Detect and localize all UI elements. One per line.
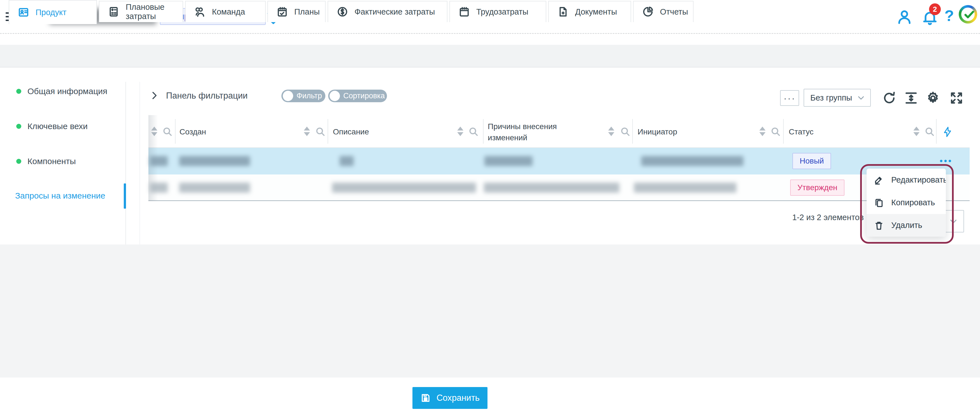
toggle-label: Фильтр [296, 92, 322, 100]
save-floppy-icon [420, 393, 431, 403]
app-root: Запрос на изменение 2 ? Продукт Плановые… [0, 0, 980, 417]
redacted-cell [332, 183, 476, 193]
column-header-initiator[interactable]: Инициатор [638, 127, 677, 136]
calculator-icon [108, 6, 119, 18]
tab-team[interactable]: Команда [185, 1, 266, 22]
redacted-cell [179, 156, 250, 166]
status-badge-new: Новый [792, 153, 831, 169]
pie-chart-icon [642, 6, 654, 18]
brand-logo[interactable] [959, 5, 977, 24]
redacted-cell [150, 183, 168, 193]
dollar-circle-icon [337, 6, 348, 18]
tab-labor-costs[interactable]: Трудозатраты [449, 1, 546, 22]
tab-actual-costs[interactable]: Фактические затраты [328, 1, 447, 22]
filter-toggle[interactable]: Фильтр [282, 90, 325, 102]
background-band [0, 245, 980, 377]
tab-label: Отчеты [660, 7, 688, 16]
column-header-created[interactable]: Создан [180, 127, 206, 136]
column-header-status[interactable]: Статус [789, 127, 814, 136]
tab-label: Трудозатраты [476, 7, 528, 16]
search-icon[interactable] [162, 126, 173, 137]
sort-toggle[interactable]: Сортировка [328, 90, 387, 102]
row-actions-button[interactable]: ••• [940, 156, 953, 166]
green-dot-icon [16, 89, 21, 94]
search-icon[interactable] [620, 126, 631, 137]
panel-edge [140, 82, 140, 245]
row-height-icon[interactable] [904, 91, 918, 105]
user-icon[interactable] [896, 8, 913, 25]
tab-documents[interactable]: Документы [548, 1, 631, 22]
grouping-select-value: Без группы [810, 93, 852, 102]
menu-item-delete[interactable]: Удалить [867, 214, 946, 237]
quick-actions-lightning-icon[interactable] [942, 126, 953, 138]
redacted-cell [484, 156, 533, 166]
save-button[interactable]: Сохранить [412, 387, 487, 409]
tab-label: Команда [212, 7, 245, 16]
sidebar-item-label: Запросы на изменение [15, 191, 105, 201]
sidebar-item-components[interactable]: Компоненты [16, 154, 123, 169]
toggle-knob [283, 91, 293, 101]
redacted-cell [340, 156, 354, 166]
trash-icon [874, 220, 884, 231]
chevron-down-icon [857, 94, 865, 102]
refresh-icon[interactable] [882, 91, 897, 105]
sidebar-item-change-requests[interactable]: Запросы на изменение [15, 188, 121, 203]
tab-product[interactable]: Продукт [9, 0, 97, 24]
sidebar-item-label: Компоненты [27, 156, 76, 166]
toggle-knob [329, 91, 340, 101]
menu-item-copy[interactable]: Копировать [867, 191, 946, 214]
tab-label: Фактические затраты [355, 7, 435, 16]
sidebar-item-key-milestones[interactable]: Ключевые вехи [16, 119, 123, 134]
column-header-change-reasons[interactable]: Причины внесения изменений [488, 121, 560, 143]
column-divider [632, 119, 633, 144]
sidebar-active-indicator [124, 183, 126, 208]
redacted-cell [641, 156, 743, 166]
sort-control[interactable] [457, 127, 463, 137]
menu-item-label: Редактировать [891, 175, 946, 185]
tab-reports[interactable]: Отчеты [633, 1, 694, 22]
search-icon[interactable] [315, 126, 326, 137]
sort-control[interactable] [304, 127, 310, 137]
help-icon[interactable]: ? [943, 7, 955, 25]
menu-item-edit[interactable]: Редактировать [867, 169, 946, 191]
grouping-select[interactable]: Без группы [803, 89, 871, 107]
tab-label: Плановые затраты [126, 3, 174, 21]
sidebar-divider [126, 82, 126, 245]
column-divider [936, 119, 937, 144]
sort-control[interactable] [151, 127, 158, 137]
redacted-cell [150, 156, 168, 166]
table-more-button[interactable]: ··· [780, 90, 799, 106]
sort-control[interactable] [608, 127, 614, 137]
sort-control[interactable] [759, 127, 765, 137]
save-button-label: Сохранить [436, 393, 480, 403]
menu-item-label: Удалить [891, 221, 922, 230]
sidebar-item-label: Ключевые вехи [27, 121, 88, 131]
copy-icon [874, 198, 884, 208]
column-header-description[interactable]: Описание [333, 127, 369, 136]
search-icon[interactable] [924, 126, 935, 137]
column-divider [175, 119, 175, 144]
pencil-icon [874, 175, 884, 185]
filter-panel-title: Панель фильтрации [166, 91, 248, 101]
toggle-label: Сортировка [343, 92, 385, 100]
document-plus-icon [557, 6, 569, 18]
tab-planned-costs[interactable]: Плановые затраты [99, 1, 183, 22]
fullscreen-icon[interactable] [949, 91, 964, 105]
tab-label: Документы [575, 7, 617, 16]
table-row-selected[interactable] [148, 148, 970, 175]
tab-strip [0, 45, 980, 67]
redacted-cell [179, 183, 250, 193]
green-dot-icon [16, 124, 21, 129]
row-context-menu: Редактировать Копировать Удалить [867, 169, 946, 237]
sort-control[interactable] [913, 127, 920, 137]
tab-plans[interactable]: Планы [267, 1, 326, 22]
status-badge-approved: Утвержден [790, 180, 845, 196]
sidebar-item-general-info[interactable]: Общая информация [16, 84, 123, 99]
notification-badge: 2 [929, 3, 941, 15]
search-icon[interactable] [468, 126, 479, 137]
pagination-summary: 1-2 из 2 элементов [756, 213, 864, 222]
search-icon[interactable] [770, 126, 781, 137]
gear-icon[interactable] [926, 91, 940, 105]
expand-filter-chevron-icon[interactable] [149, 90, 160, 101]
column-divider [483, 119, 484, 144]
